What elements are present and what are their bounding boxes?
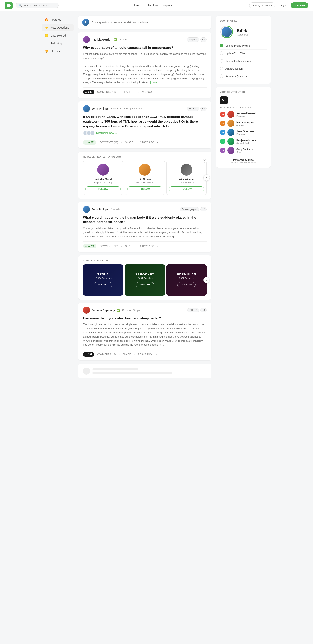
unanswered-icon: 😶 xyxy=(45,34,48,38)
people-carousel-next[interactable]: › xyxy=(203,174,210,181)
loading-avatar xyxy=(83,368,90,374)
sidebar-item-unanswered[interactable]: 😶 Unanswered xyxy=(42,32,73,39)
nav-explore[interactable]: Explore xyxy=(163,4,172,7)
profile-action-0[interactable]: ✓ Upload Profile Picture xyxy=(220,42,267,50)
person-2-role: Digital Marketing xyxy=(169,181,204,184)
check-0: ✓ xyxy=(220,44,223,48)
author-2-avatar xyxy=(83,105,90,112)
post-3-footer: ▲ A·283 COMMENTS (18) · SHARE · 2 DAYS A… xyxy=(83,242,207,248)
post-3-author: John Phillips Journalist xyxy=(83,206,121,213)
discussing-avatars xyxy=(83,130,95,135)
follow-person-1[interactable]: FOLLOW xyxy=(127,186,162,192)
post-2-share[interactable]: SHARE xyxy=(125,141,133,144)
ask-input[interactable] xyxy=(92,21,207,24)
sidebar-item-new-questions[interactable]: ⚡ New Questions xyxy=(42,24,73,31)
post-1-share[interactable]: SHARE xyxy=(123,91,131,94)
completion-label: Completed xyxy=(237,34,248,36)
profile-avatar xyxy=(222,27,232,37)
follow-person-0[interactable]: FOLLOW xyxy=(85,186,120,192)
header-actions: ASK QUESTION Login Join free xyxy=(249,2,308,8)
contributor-0-name: Andrew Howard xyxy=(236,112,267,115)
sep8: · xyxy=(134,353,135,356)
follow-person-2[interactable]: FOLLOW xyxy=(169,186,204,192)
post-1-more-menu[interactable]: ··· xyxy=(155,91,157,94)
join-button[interactable]: Join free xyxy=(291,2,308,8)
contributor-2: 36 Jane Guerrero Moderator xyxy=(220,129,267,136)
sidebar-item-featured[interactable]: 🔥 Featured xyxy=(42,16,73,23)
person-1-role: Digital Marketing xyxy=(127,181,162,184)
post-3-share[interactable]: SHARE xyxy=(125,245,133,248)
post-4-footer: ▲ 309 COMMENTS (18) · SHARE · 2 DAYS AGO… xyxy=(83,350,207,356)
ask-box[interactable]: P xyxy=(78,16,211,29)
post-2-comments[interactable]: COMMENTS (18) xyxy=(100,141,118,144)
contributor-0: 56 Andrew Howard Professor xyxy=(220,111,267,118)
profile-action-1[interactable]: Update Your Title xyxy=(220,50,267,57)
post-1-tag-more[interactable]: +3 xyxy=(200,38,207,42)
post-1-vote[interactable]: ▲ 309 xyxy=(83,90,94,94)
logo-icon xyxy=(6,3,11,8)
post-2-more-menu[interactable]: ··· xyxy=(157,141,159,144)
topic-overlay-0: TESLA 18,654 Questions FOLLOW xyxy=(83,264,123,296)
post-3-vote[interactable]: ▲ A·283 xyxy=(83,244,96,248)
sidebar-item-alltime[interactable]: 🏆 All Time xyxy=(42,48,73,55)
post-3-tag[interactable]: Oceanography xyxy=(180,207,199,212)
main-nav: Home Collections Explore ··· xyxy=(63,4,249,8)
topics-carousel-next[interactable]: › xyxy=(203,277,210,283)
person-1-avatar xyxy=(139,164,151,176)
post-card-4: Fabiana Capmany ✅ Customer Support SLEEP… xyxy=(78,303,211,361)
action-label-4: Answer a Question xyxy=(225,75,247,78)
login-button[interactable]: Login xyxy=(277,2,288,8)
topic-follow-2[interactable]: FOLLOW xyxy=(177,282,196,287)
post-1-more[interactable]: [more] xyxy=(150,81,157,84)
search-bar[interactable]: 🔍 xyxy=(16,2,59,8)
post-2-tag-more[interactable]: +2 xyxy=(200,106,207,111)
sidebar-item-following[interactable]: ·· Following xyxy=(42,40,73,47)
post-4-more-menu[interactable]: ··· xyxy=(155,353,157,356)
sep6: · xyxy=(136,244,137,248)
post-4-tag[interactable]: SLEEP xyxy=(187,308,199,312)
topic-follow-0[interactable]: FOLLOW xyxy=(94,282,112,287)
post-4-share[interactable]: SHARE xyxy=(123,353,131,356)
nav-more[interactable]: ··· xyxy=(177,4,179,7)
post-1-footer: ▲ 309 COMMENTS (18) · SHARE · 2 DAYS AGO… xyxy=(83,87,207,94)
contributor-0-info: Andrew Howard Professor xyxy=(236,112,267,117)
sep3: · xyxy=(121,141,122,144)
close-notable[interactable]: × xyxy=(203,159,206,162)
post-2-title[interactable]: If an object hit Earth, with less speed … xyxy=(83,114,207,128)
post-1-title[interactable]: Why evaporation of a liquid causes a fal… xyxy=(83,46,207,50)
post-4-header: Fabiana Capmany ✅ Customer Support SLEEP… xyxy=(83,307,207,314)
post-1-tag-physics[interactable]: Physics xyxy=(187,38,199,42)
topic-card-1: SPROCKET 12,654 Questions FOLLOW xyxy=(125,264,165,296)
profile-action-2[interactable]: Connect to Messenger xyxy=(220,57,267,65)
post-4-comments[interactable]: COMMENTS (18) xyxy=(97,353,116,356)
topic-card-2: FORMULAS 8,654 Questions FOLLOW xyxy=(166,264,207,296)
post-4-title[interactable]: Can music help you calm down and sleep b… xyxy=(83,316,207,321)
ask-question-button[interactable]: ASK QUESTION xyxy=(249,2,275,8)
post-1-comments[interactable]: COMMENTS (18) xyxy=(97,91,116,94)
check-4 xyxy=(220,74,223,78)
topic-follow-1[interactable]: FOLLOW xyxy=(136,282,154,287)
post-4-vote[interactable]: ▲ 309 xyxy=(83,352,94,356)
post-4-tag-more[interactable]: +3 xyxy=(200,308,207,312)
loading-row xyxy=(78,364,211,378)
contributor-4-info: Gary Jackson Growth xyxy=(236,148,267,153)
search-input[interactable] xyxy=(23,4,56,7)
author-1-role: Scientist xyxy=(119,38,128,41)
lightning-icon: ⚡ xyxy=(45,26,48,29)
post-2-time: 2 DAYS AGO xyxy=(140,141,154,144)
author-4-verified: ✅ xyxy=(117,308,120,312)
profile-action-4[interactable]: Answer a Question xyxy=(220,72,267,80)
post-3-comments[interactable]: COMMENTS (18) xyxy=(100,245,118,248)
post-3-title[interactable]: What would happen to the human body if i… xyxy=(83,215,207,224)
post-2-vote[interactable]: ▲ A·283 xyxy=(83,140,96,144)
nav-collections[interactable]: Collections xyxy=(145,4,158,7)
post-2-tag-science[interactable]: Science xyxy=(187,106,199,111)
profile-action-3[interactable]: Ask a Question xyxy=(220,65,267,72)
site-logo[interactable] xyxy=(5,2,12,10)
post-3-more-menu[interactable]: ··· xyxy=(157,245,159,248)
post-3-tag-more[interactable]: +2 xyxy=(200,207,207,212)
post-2-author: John Phillips Reseacher at Sleep foundat… xyxy=(83,105,143,112)
sep5: · xyxy=(121,244,122,248)
nav-home[interactable]: Home xyxy=(133,4,140,8)
contributor-1-avatar xyxy=(227,120,234,127)
